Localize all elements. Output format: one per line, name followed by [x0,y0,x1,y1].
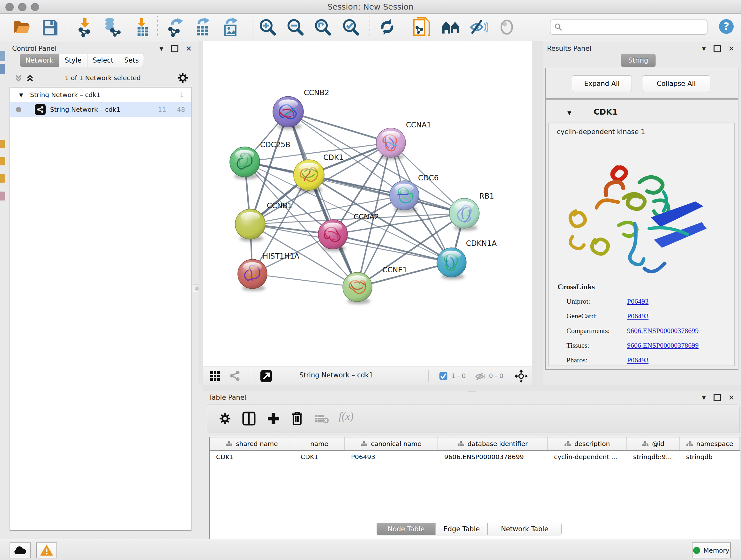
memory-button[interactable]: Memory [692,543,731,558]
column-header-5[interactable]: @id [627,437,680,450]
table-cell[interactable]: stringdb:9... [627,451,680,463]
column-header-2[interactable]: canonical name [345,437,438,450]
add-column-icon[interactable] [266,412,280,427]
first-neighbors-icon[interactable] [441,17,461,37]
hide-selected-icon[interactable] [468,17,489,37]
export-network-icon[interactable] [165,17,186,37]
search-field[interactable] [562,23,707,31]
edge-hist1h1a-ccne1[interactable] [253,274,357,287]
close-panel-icon[interactable] [729,45,734,53]
zoom-selected-icon[interactable] [340,17,361,37]
float-panel-icon[interactable] [714,394,721,401]
collapse-panel-icon[interactable] [702,46,706,52]
table-body: CDK1CDK1P064939606.ENSP00000378699cyclin… [210,451,740,463]
node-ccna2[interactable] [318,220,347,251]
zoom-out-icon[interactable] [285,17,306,37]
collapse-all-button[interactable]: Collapse All [642,75,711,92]
node-label-ccna2: CCNA2 [354,212,379,221]
birds-eye-view-icon[interactable] [515,369,528,384]
node-cdc25b[interactable] [230,147,260,179]
crosslink-tissues[interactable]: 9606.ENSP00000378699 [627,338,698,353]
tab-select[interactable]: Select [87,54,119,67]
open-folder-icon[interactable] [11,17,32,37]
expand-all-button[interactable]: Expand All [572,75,632,92]
crosslink-pharos[interactable]: P06493 [627,353,698,368]
tab-network[interactable]: Network [20,54,59,67]
table-cell[interactable]: stringdb [680,451,740,463]
show-all-icon[interactable] [496,17,517,37]
network-view-share-icon[interactable] [229,370,240,382]
edge-ccna2-cdkn1a[interactable] [333,234,452,262]
network-list: String Network – cdk1 1 String Network –… [10,87,192,531]
close-panel-icon[interactable] [186,45,192,53]
warning-status-button[interactable] [36,543,57,558]
refresh-icon[interactable] [377,17,397,37]
tab-network-table[interactable]: Network Table [488,523,562,536]
column-header-4[interactable]: description [548,437,627,450]
cloud-status-button[interactable] [10,543,30,558]
table-header-row: shared namenamecanonical namedatabase id… [210,437,740,451]
import-table-icon[interactable] [132,17,152,37]
export-table-icon[interactable] [192,17,213,37]
node-ccne1[interactable] [343,272,372,304]
left-splitter[interactable] [199,41,203,385]
close-panel-icon[interactable] [729,394,734,401]
collection-expand-icon[interactable] [19,92,23,98]
network-canvas[interactable]: CCNB2CCNA1CDC25BCDK1CDC6RB1CCNB1CCNA2CDK… [203,41,532,367]
network-row[interactable]: String Network – cdk1 11 48 [10,102,191,117]
import-network-icon[interactable] [75,17,96,37]
bottom-splitter[interactable] [203,385,741,391]
node-cdc6[interactable] [390,181,419,212]
node-ccna1[interactable] [376,128,406,160]
node-hist1h1a[interactable] [238,259,267,291]
tab-sets[interactable]: Sets [119,54,144,67]
detach-view-icon[interactable] [260,369,273,384]
control-panel-window-controls [159,45,192,53]
section-expand-icon[interactable] [567,110,571,116]
network-from-document-icon[interactable] [412,17,432,37]
selected-checkbox-icon[interactable] [439,372,448,381]
edge-cdk1-rb1[interactable] [309,175,464,213]
table-cell[interactable]: cyclin-dependent ... [548,451,627,463]
column-header-1[interactable]: name [294,437,345,450]
table-cell[interactable]: P06493 [345,451,438,463]
right-splitter[interactable] [532,41,543,385]
column-header-0[interactable]: shared name [210,437,294,450]
tab-string[interactable]: String [621,54,656,67]
node-cdkn1a[interactable] [437,248,466,279]
crosslink-genecard[interactable]: P06493 [627,309,698,323]
table-cell[interactable]: CDK1 [294,451,345,463]
table-row[interactable]: CDK1CDK1P064939606.ENSP00000378699cyclin… [210,451,740,463]
show-columns-icon[interactable] [242,412,256,427]
tab-edge-table[interactable]: Edge Table [435,523,488,536]
network-graph[interactable]: CCNB2CCNA1CDC25BCDK1CDC6RB1CCNB1CCNA2CDK… [203,41,532,367]
delete-column-icon[interactable] [291,411,304,427]
node-ccnb1[interactable] [235,209,265,242]
crosslink-uniprot[interactable]: P06493 [627,294,698,309]
node-rb1[interactable] [449,198,479,231]
column-header-3[interactable]: database identifier [438,437,548,450]
float-panel-icon[interactable] [171,45,179,52]
collapse-panel-icon[interactable] [702,395,706,401]
float-panel-icon[interactable] [714,45,721,52]
help-icon[interactable]: ? [716,16,737,37]
save-session-icon[interactable] [39,17,60,37]
search-input[interactable] [550,19,708,35]
control-panel: Control Panel Network Style Select Sets … [7,41,199,539]
zoom-in-icon[interactable] [257,17,278,37]
network-options-gear-icon[interactable] [177,72,189,85]
network-collection-row[interactable]: String Network – cdk1 1 [10,87,191,102]
zoom-fit-icon[interactable] [313,17,333,37]
tab-node-table[interactable]: Node Table [377,523,435,536]
crosslink-compartments[interactable]: 9606.ENSP00000378699 [627,323,698,338]
collapse-panel-icon[interactable] [159,46,163,52]
edge-ccnb2-ccna1[interactable] [288,112,391,143]
table-gear-icon[interactable] [219,412,231,426]
grid-view-icon[interactable] [210,371,220,382]
export-image-icon[interactable] [220,17,241,37]
tab-style[interactable]: Style [59,54,87,67]
table-cell[interactable]: CDK1 [210,451,294,463]
table-cell[interactable]: 9606.ENSP00000378699 [438,451,548,463]
import-network-from-database-icon[interactable] [102,17,123,37]
column-header-6[interactable]: namespace [680,437,740,450]
